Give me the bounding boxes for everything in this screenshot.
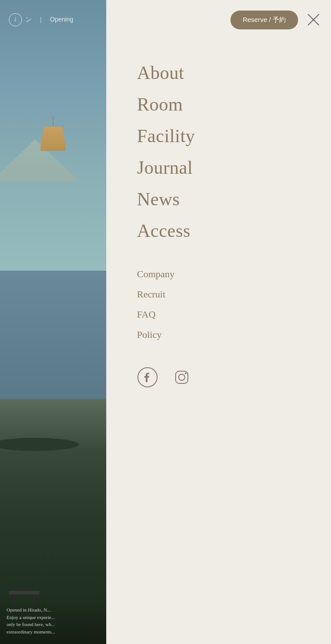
bg-text-line3: only be found here, wh... — [7, 621, 100, 628]
header-nav-text: ン ｜ Opening — [25, 16, 73, 24]
nav-item-facility[interactable]: Facility — [137, 120, 331, 152]
background-image: Opened in Hirado, N... Enjoy a unique ex… — [0, 0, 106, 644]
menu-content: About Room Facility Journal News Access … — [106, 0, 331, 388]
header-right: Reserve / 予約 — [230, 11, 322, 29]
reserve-button[interactable]: Reserve / 予約 — [230, 11, 298, 29]
bg-text-line4: extraordinary moments... — [7, 628, 100, 636]
nav-item-company[interactable]: Company — [137, 264, 331, 284]
bg-text-line1: Opened in Hirado, N... — [7, 606, 100, 614]
bg-lamp — [40, 116, 66, 151]
bg-text-line2: Enjoy a unique experie... — [7, 614, 100, 621]
instagram-icon — [171, 367, 192, 388]
facebook-link[interactable] — [137, 367, 158, 388]
svg-point-4 — [179, 374, 185, 380]
nav-item-about[interactable]: About — [137, 57, 331, 89]
close-icon — [307, 14, 320, 26]
bg-water — [0, 271, 106, 400]
social-row — [137, 367, 331, 388]
social-divider — [137, 345, 331, 367]
nav-item-recruit[interactable]: Recruit — [137, 284, 331, 304]
info-icon[interactable]: i — [9, 13, 22, 26]
header: i ン ｜ Opening Reserve / 予約 — [0, 0, 331, 39]
nav-item-faq[interactable]: FAQ — [137, 304, 331, 325]
bg-text-area: Opened in Hirado, N... Enjoy a unique ex… — [0, 597, 106, 644]
nav-item-journal[interactable]: Journal — [137, 152, 331, 183]
close-button[interactable] — [305, 11, 322, 29]
nav-item-policy[interactable]: Policy — [137, 325, 331, 345]
svg-point-5 — [185, 372, 187, 374]
nav-divider — [137, 247, 331, 264]
menu-overlay: About Room Facility Journal News Access … — [106, 0, 331, 644]
nav-primary: About Room Facility Journal News Access — [137, 57, 331, 247]
bg-table — [0, 438, 79, 451]
nav-item-room[interactable]: Room — [137, 89, 331, 120]
nav-item-news[interactable]: News — [137, 183, 331, 215]
nav-secondary: Company Recruit FAQ Policy — [137, 264, 331, 345]
instagram-link[interactable] — [171, 367, 192, 388]
facebook-icon — [137, 367, 158, 388]
nav-item-access[interactable]: Access — [137, 215, 331, 247]
header-left: i ン ｜ Opening — [9, 13, 73, 26]
